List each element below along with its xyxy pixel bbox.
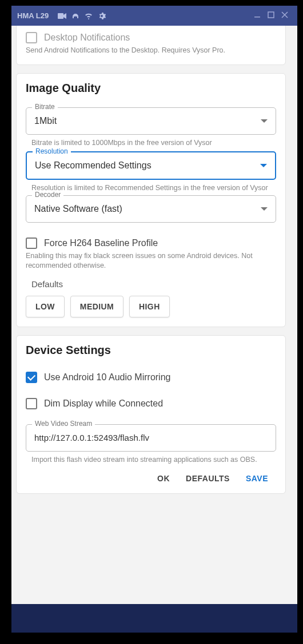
app-window: HMA L29 Desktop Notificati <box>11 6 297 633</box>
save-button[interactable]: SAVE <box>246 474 268 483</box>
window-title: HMA L29 <box>17 11 49 20</box>
notifications-card: Desktop Notifications Send Android Notif… <box>16 26 286 65</box>
audio-mirroring-checkbox[interactable] <box>26 372 37 383</box>
svg-rect-2 <box>268 12 274 18</box>
desktop-notifications-checkbox[interactable] <box>26 32 37 43</box>
audio-mirroring-row: Use Android 10 Audio Mirroring <box>26 372 276 383</box>
ok-button[interactable]: OK <box>157 474 170 483</box>
scroll-area[interactable]: Desktop Notifications Send Android Notif… <box>16 26 293 604</box>
bitrate-select[interactable]: Bitrate 1Mbit <box>26 107 276 135</box>
image-quality-title: Image Quality <box>26 82 276 95</box>
wifi-icon[interactable] <box>84 13 93 19</box>
resolution-legend: Resolution <box>33 147 71 155</box>
chevron-down-icon <box>260 164 267 167</box>
h264-label: Force H264 Baseline Profile <box>44 238 158 248</box>
dim-display-label: Dim Display while Connected <box>44 399 163 409</box>
maximize-button[interactable] <box>268 11 274 20</box>
web-stream-field: Web Video Stream <box>26 424 276 452</box>
decoder-legend: Decoder <box>32 191 63 199</box>
audio-mirroring-label: Use Android 10 Audio Mirroring <box>44 372 170 383</box>
h264-row: Force H264 Baseline Profile <box>26 238 276 249</box>
preset-high-button[interactable]: HIGH <box>129 296 170 317</box>
image-quality-card: Image Quality Bitrate 1Mbit Bitrate is l… <box>16 73 286 328</box>
h264-checkbox[interactable] <box>26 238 37 249</box>
bottom-toolbar <box>11 604 297 633</box>
camera-icon[interactable] <box>58 13 67 19</box>
resolution-value: Use Recommended Settings <box>35 160 260 171</box>
desktop-notifications-helper: Send Android Notifications to the Deskto… <box>26 46 276 55</box>
chevron-down-icon <box>261 119 268 123</box>
minimize-button[interactable] <box>254 11 261 20</box>
defaults-button[interactable]: DEFAULTS <box>186 474 230 483</box>
resolution-select[interactable]: Resolution Use Recommended Settings <box>26 151 276 180</box>
dim-display-checkbox[interactable] <box>26 398 37 409</box>
titlebar: HMA L29 <box>11 6 297 26</box>
bitrate-legend: Bitrate <box>32 103 58 111</box>
svg-rect-1 <box>254 17 260 18</box>
h264-helper: Enabling this may fix black screen issue… <box>26 251 276 271</box>
gear-icon[interactable] <box>98 12 106 20</box>
preset-low-button[interactable]: LOW <box>26 296 65 317</box>
content-area: Desktop Notifications Send Android Notif… <box>11 26 297 604</box>
close-button[interactable] <box>281 11 288 20</box>
decoder-select[interactable]: Decoder Native Software (fast) <box>26 195 276 223</box>
web-stream-helper: Import this flash video stream into stre… <box>31 455 276 465</box>
dim-display-row: Dim Display while Connected <box>26 398 276 409</box>
chevron-down-icon <box>261 207 268 211</box>
desktop-notifications-row: Desktop Notifications <box>26 32 276 43</box>
device-settings-card: Device Settings Use Android 10 Audio Mir… <box>16 335 286 494</box>
bitrate-value: 1Mbit <box>34 116 261 126</box>
defaults-label: Defaults <box>31 279 276 289</box>
preset-medium-button[interactable]: MEDIUM <box>70 296 123 317</box>
preset-row: LOW MEDIUM HIGH <box>26 296 276 317</box>
device-settings-title: Device Settings <box>26 344 276 357</box>
web-stream-input[interactable] <box>34 433 268 442</box>
web-stream-legend: Web Video Stream <box>32 420 95 428</box>
desktop-notifications-label: Desktop Notifications <box>44 33 130 43</box>
headphones-icon[interactable] <box>71 12 79 20</box>
action-bar: OK DEFAULTS SAVE <box>26 465 276 489</box>
bitrate-helper: Bitrate is limited to 1000Mbps in the fr… <box>31 138 276 148</box>
decoder-value: Native Software (fast) <box>34 204 261 214</box>
svg-rect-0 <box>58 13 63 19</box>
resolution-helper: Resolution is limited to Recommended Set… <box>31 183 276 193</box>
